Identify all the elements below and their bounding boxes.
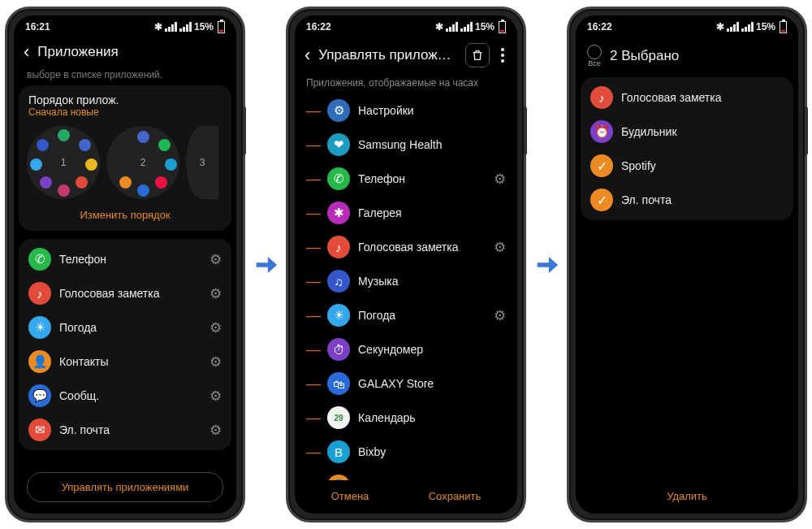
delete-icon[interactable] (465, 43, 490, 67)
checked-icon[interactable]: ✓ (590, 189, 613, 211)
checked-icon[interactable]: ✓ (590, 154, 613, 177)
app-icon: 👤 (327, 475, 350, 480)
drag-handle-icon[interactable]: — (306, 171, 319, 186)
list-item[interactable]: — 29 Календарь (300, 401, 512, 435)
gear-icon[interactable]: ⚙ (494, 171, 506, 188)
list-item[interactable]: ⏰Будильник (584, 115, 790, 149)
drag-handle-icon[interactable]: — (306, 410, 319, 425)
app-icon: ♪ (28, 282, 51, 305)
list-item[interactable]: — B Bixby (300, 435, 512, 469)
app-icon: ⚙ (327, 99, 350, 122)
drag-handle-icon[interactable]: — (306, 308, 319, 323)
battery-pct: 15% (194, 21, 214, 33)
app-icon: ✆ (327, 167, 350, 190)
list-item[interactable]: — ✱ Галерея (300, 196, 512, 230)
app-list: — ⚙ Настройки — ❤ Samsung Health — ✆ Тел… (300, 93, 512, 480)
app-name: Bixby (358, 445, 506, 458)
drag-handle-icon[interactable]: — (306, 444, 319, 459)
list-item[interactable]: — ✆ Телефон ⚙ (300, 162, 512, 196)
app-name: Погода (358, 309, 486, 322)
gear-icon[interactable]: ⚙ (209, 285, 222, 302)
list-item[interactable]: — ♪ Голосовая заметка ⚙ (300, 230, 512, 264)
list-item[interactable]: ✉ Эл. почта ⚙ (22, 413, 228, 447)
gear-icon[interactable]: ⚙ (209, 422, 222, 439)
bluetooth-icon: ✱ (435, 21, 443, 33)
change-order-link[interactable]: Изменить порядок (27, 204, 223, 223)
drag-handle-icon[interactable]: — (306, 103, 319, 118)
app-name: Телефон (358, 172, 486, 185)
app-icon[interactable]: ⏰ (590, 120, 613, 143)
gear-icon[interactable]: ⚙ (209, 353, 222, 371)
signal-icon (446, 22, 458, 32)
app-list: ✆ Телефон ⚙♪ Голосовая заметка ⚙☀ Погода… (19, 239, 231, 450)
list-item[interactable]: ✆ Телефон ⚙ (22, 242, 228, 276)
drag-handle-icon[interactable]: — (306, 342, 319, 357)
app-icon: 29 (327, 406, 350, 429)
battery-icon (780, 21, 787, 33)
page-title: Управлять приложения… (318, 47, 457, 63)
phone-1: 16:21 ✱ 15% ‹ Приложения выборе в списке… (5, 7, 245, 522)
list-item[interactable]: — ⚙ Настройки (300, 93, 512, 128)
app-icon[interactable]: ♪ (590, 86, 613, 109)
phone-3: 16:22 ✱ 15% Все 2 Выбрано ♪Голосовая зам… (567, 7, 807, 522)
back-icon[interactable]: ‹ (24, 43, 29, 61)
hint-text: выборе в списке приложений. (19, 69, 231, 85)
app-name: Галерея (358, 206, 506, 219)
app-name: Голосовая заметка (358, 241, 486, 254)
list-item[interactable]: — 👤 Контакты ⚙ (300, 469, 512, 480)
list-item[interactable]: 👤 Контакты ⚙ (22, 345, 228, 379)
app-icon: 👤 (28, 350, 51, 373)
list-item[interactable]: — 🛍 GALAXY Store (300, 366, 512, 401)
app-icon: 🛍 (327, 372, 350, 395)
cancel-button[interactable]: Отмена (331, 490, 369, 502)
order-sub: Сначала новые (28, 106, 222, 118)
order-page-1[interactable]: 1 (27, 126, 100, 199)
gear-icon[interactable]: ⚙ (209, 251, 222, 268)
gear-icon[interactable]: ⚙ (209, 319, 222, 336)
app-icon: 💬 (28, 384, 51, 407)
app-icon: ♫ (327, 270, 350, 293)
app-name: Музыка (358, 275, 506, 288)
app-icon: ❤ (327, 133, 350, 156)
signal-icon (727, 22, 739, 32)
save-button[interactable]: Сохранить (429, 490, 482, 502)
app-name: Spotify (621, 159, 784, 172)
drag-handle-icon[interactable]: — (306, 376, 319, 391)
app-icon: ✆ (28, 248, 51, 271)
list-item[interactable]: — ⏱ Секундомер (300, 332, 512, 366)
drag-handle-icon[interactable]: — (306, 206, 319, 220)
arrow-icon (251, 251, 280, 279)
list-item[interactable]: — ❤ Samsung Health (300, 128, 512, 162)
back-icon[interactable]: ‹ (304, 46, 310, 64)
battery-pct: 15% (475, 21, 495, 33)
list-item[interactable]: 💬 Сообщ. ⚙ (22, 379, 228, 413)
list-item[interactable]: — ♫ Музыка (300, 264, 512, 298)
list-item[interactable]: ✓Эл. почта (584, 183, 790, 217)
app-icon: ⏱ (327, 338, 350, 361)
select-all[interactable]: Все (587, 45, 602, 67)
order-pages[interactable]: 1 2 (27, 118, 223, 204)
app-name: Погода (59, 321, 201, 334)
list-item[interactable]: — ☀ Погода ⚙ (300, 298, 512, 332)
list-item[interactable]: ✓Spotify (584, 149, 790, 183)
list-item[interactable]: ♪ Голосовая заметка ⚙ (22, 276, 228, 310)
app-name: Будильник (621, 125, 784, 138)
battery-pct: 15% (756, 21, 775, 33)
more-icon[interactable] (498, 48, 508, 63)
order-page-3[interactable]: 3 (186, 126, 218, 199)
drag-handle-icon[interactable]: — (306, 274, 319, 288)
section-label: Приложения, отображаемые на часах (295, 76, 517, 93)
list-item[interactable]: ♪Голосовая заметка (584, 80, 790, 115)
gear-icon[interactable]: ⚙ (494, 307, 506, 324)
manage-apps-button[interactable]: Управлять приложениями (27, 472, 223, 502)
delete-button[interactable]: Удалить (667, 490, 707, 502)
list-item[interactable]: ☀ Погода ⚙ (22, 310, 228, 345)
order-page-2[interactable]: 2 (106, 126, 179, 199)
select-all-circle[interactable] (587, 45, 602, 59)
gear-icon[interactable]: ⚙ (209, 388, 222, 405)
drag-handle-icon[interactable]: — (306, 137, 319, 152)
drag-handle-icon[interactable]: — (306, 240, 319, 254)
order-title: Порядок прилож. (28, 93, 222, 106)
app-name: Телефон (59, 253, 201, 266)
gear-icon[interactable]: ⚙ (494, 239, 506, 256)
